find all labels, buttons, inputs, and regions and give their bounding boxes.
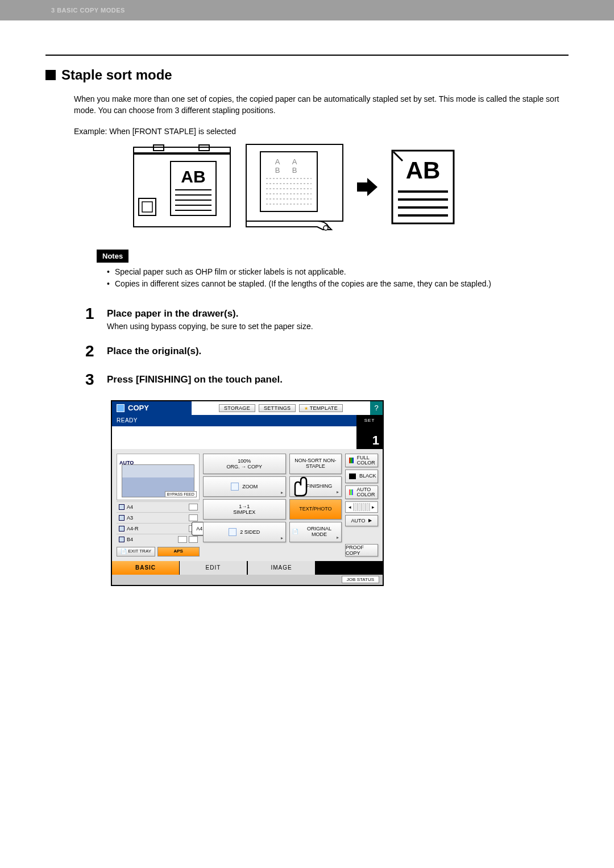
svg-text:B: B	[292, 166, 297, 175]
step-number: 2	[85, 343, 99, 359]
bypass-label: BYPASS FEED	[165, 491, 197, 497]
svg-text:B: B	[275, 166, 280, 175]
full-color-icon	[349, 458, 354, 463]
touch-panel-screenshot: COPY STORAGE SETTINGS TEMPLATE ? READY S…	[111, 400, 384, 586]
note-item: Copies in different sizes cannot be stap…	[107, 278, 569, 290]
diagram-row: AB A A B B	[131, 142, 569, 232]
zoom-ratio-button[interactable]: 100% ORG. → COPY	[203, 454, 286, 474]
aps-button[interactable]: APS	[157, 547, 200, 556]
status-ready: READY	[112, 415, 356, 426]
tab-spacer	[316, 561, 383, 575]
svg-text:AB: AB	[181, 167, 205, 186]
auto-color-icon	[349, 489, 353, 495]
tab-basic[interactable]: BASIC	[112, 561, 179, 575]
black-icon	[349, 474, 356, 479]
simplex-button[interactable]: 1→1 SIMPLEX	[203, 499, 286, 520]
job-status-button[interactable]: JOB STATUS	[342, 576, 379, 583]
note-item: Special paper such as OHP film or sticke…	[107, 266, 569, 278]
svg-rect-14	[260, 152, 317, 211]
copy-icon	[117, 404, 125, 412]
exit-tray-button[interactable]: 📄EXIT TRAY	[117, 547, 155, 556]
step-number: 3	[85, 372, 99, 388]
copy-count: 1	[356, 426, 383, 449]
step-subtitle: When using bypass copying, be sure to se…	[107, 322, 313, 331]
step-title: Press [FINISHING] on the touch panel.	[107, 374, 283, 385]
paper-row-a4[interactable]: A4	[117, 501, 200, 512]
title-bullet-icon	[45, 70, 56, 80]
notes-label: Notes	[97, 250, 128, 263]
page-title: Staple sort mode	[61, 67, 172, 83]
svg-text:AB: AB	[406, 157, 441, 184]
two-sided-button[interactable]: 2 SIDED ▸	[203, 522, 286, 542]
svg-text:A: A	[275, 157, 280, 166]
help-button[interactable]: ?	[370, 401, 383, 415]
proof-copy-button[interactable]: PROOF COPY	[345, 544, 378, 556]
step-title: Place the original(s).	[107, 346, 201, 357]
section-title: Staple sort mode	[45, 67, 569, 83]
intro-paragraph: When you make more than one set of copie…	[74, 93, 569, 117]
svg-text:A: A	[292, 157, 297, 166]
paper-preview: AUTO BYPASS FEED	[117, 454, 200, 500]
original-mode-button[interactable]: 📄 ORIGINAL MODE▸	[289, 522, 342, 542]
template-button[interactable]: TEMPLATE	[299, 404, 343, 412]
stapled-output-diagram: AB	[389, 147, 457, 227]
example-caption: Example: When [FRONT STAPLE] is selected	[74, 127, 569, 136]
auto-density-button[interactable]: AUTO▶	[345, 515, 378, 526]
breadcrumb: 3 BASIC COPY MODES	[51, 7, 125, 14]
paper-row-a4r[interactable]: A4-R	[117, 523, 200, 534]
settings-button[interactable]: SETTINGS	[259, 404, 296, 412]
zoom-icon	[231, 483, 239, 491]
svg-rect-12	[142, 202, 152, 212]
printer-diagram: AB	[131, 142, 233, 232]
auto-color-button[interactable]: AUTO COLOR	[345, 485, 378, 499]
step-2: 2 Place the original(s).	[85, 343, 569, 359]
black-button[interactable]: BLACK	[345, 470, 378, 483]
storage-button[interactable]: STORAGE	[219, 404, 255, 412]
step-title: Place paper in the drawer(s).	[107, 308, 313, 319]
copy-mode-label: COPY	[112, 401, 192, 415]
svg-rect-11	[139, 198, 156, 215]
arrow-right-icon	[356, 176, 379, 198]
notes-block: Notes Special paper such as OHP film or …	[97, 250, 569, 290]
step-3: 3 Press [FINISHING] on the touch panel.	[85, 372, 569, 388]
step-number: 1	[85, 306, 99, 331]
tab-image[interactable]: IMAGE	[247, 561, 316, 575]
paper-row-b4[interactable]: B4	[117, 534, 200, 545]
full-color-button[interactable]: FULL COLOR	[345, 454, 378, 467]
zoom-button[interactable]: ZOOM ▸	[203, 476, 286, 497]
tab-edit[interactable]: EDIT	[179, 561, 247, 575]
finishing-button[interactable]: 📑 FINISHING▸	[289, 476, 342, 497]
density-slider[interactable]: ◂ ▸	[345, 501, 378, 513]
nonsort-button[interactable]: NON-SORT NON-STAPLE	[289, 454, 342, 474]
step-1: 1 Place paper in the drawer(s). When usi…	[85, 306, 569, 331]
set-label: SET	[356, 415, 383, 426]
text-photo-button[interactable]: TEXT/PHOTO	[289, 499, 342, 520]
panel-tabs: BASIC EDIT IMAGE	[112, 561, 383, 575]
paper-row-a3[interactable]: A3	[117, 512, 200, 523]
page-header: 3 BASIC COPY MODES	[0, 0, 614, 20]
output-tray-diagram: A A B B	[243, 142, 346, 232]
top-rule	[45, 55, 569, 56]
two-sided-icon	[229, 528, 237, 536]
svg-point-25	[323, 226, 328, 230]
